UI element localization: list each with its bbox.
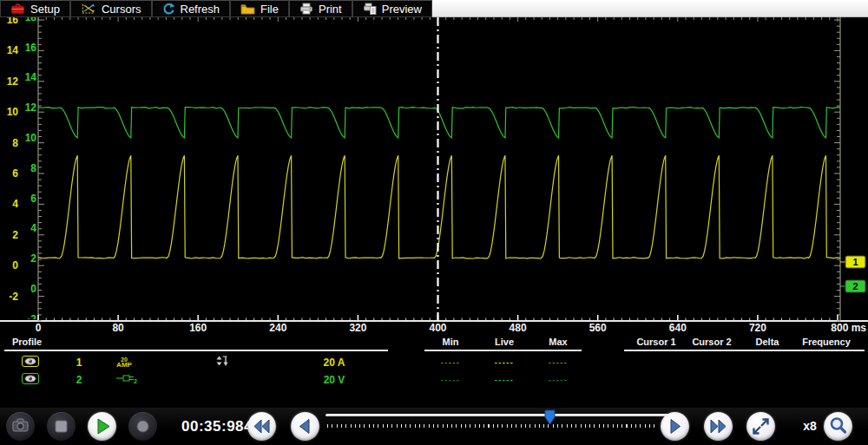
zoom-button[interactable] (824, 412, 852, 441)
slider-thumb[interactable] (544, 409, 556, 425)
channel-range[interactable]: 20 V (324, 374, 345, 386)
toolbar-button-label: Setup (30, 3, 60, 16)
toolbar-button-label: Refresh (181, 3, 220, 16)
record-icon (137, 421, 148, 432)
top-bar: SetupCursorsRefreshFilePrintPreview (0, 0, 868, 17)
column-header-cursor-1: Cursor 1 (636, 337, 675, 347)
measurement-panel: Profile MinLiveMaxCursor 1Cursor 2DeltaF… (0, 334, 868, 408)
channel-range[interactable]: 20 A (324, 357, 345, 369)
y-label-channel2: 14 (25, 71, 37, 83)
x-axis-tick-label: 80 (112, 322, 124, 334)
playback-time: 00:35:984 (178, 418, 256, 435)
channel-marker-label: 1 (852, 257, 858, 267)
plot-axes (0, 17, 868, 321)
play-icon (98, 419, 109, 434)
expand-view-button[interactable] (746, 412, 775, 441)
column-header-delta: Delta (756, 337, 779, 347)
x-axis-tick-label: 240 (269, 322, 286, 334)
channel-marker-label: 2 (852, 281, 858, 291)
channel-1-visibility-toggle[interactable] (22, 355, 39, 370)
y-label-channel1: 8 (12, 137, 18, 149)
printer-icon (299, 3, 313, 15)
fast-forward-button[interactable] (704, 412, 733, 441)
test-lead-icon: 2 (116, 372, 137, 388)
y-label-channel1: 12 (7, 75, 19, 88)
value-min: ----- (441, 376, 461, 384)
trace-channel1-current (38, 155, 840, 258)
channel-2-zero-marker[interactable]: 2 (840, 280, 865, 292)
right-arrow-icon (671, 420, 681, 434)
cursors-underline (624, 350, 865, 351)
toolbox-icon (10, 3, 25, 15)
column-header-live: Live (495, 337, 514, 347)
zoom-factor-label: x8 (797, 419, 823, 433)
toolbar-button-print[interactable]: Print (289, 0, 352, 17)
toolbar-button-setup[interactable]: Setup (0, 0, 70, 17)
stop-button[interactable] (47, 412, 76, 441)
left-arrow-icon (300, 420, 310, 434)
toolbar-button-label: Cursors (102, 3, 141, 16)
step-back-button[interactable] (291, 412, 319, 441)
clamp-label: AMP (116, 363, 132, 368)
timeline-slider[interactable] (326, 408, 679, 445)
y-label-channel1: 6 (12, 167, 18, 180)
toolbar-button-file[interactable]: File (230, 0, 289, 17)
snapshot-button[interactable] (6, 412, 35, 441)
y-label-channel2: 10 (25, 132, 37, 144)
column-header-cursor-2: Cursor 2 (692, 337, 731, 347)
column-header-min: Min (443, 337, 459, 347)
transport-bar: 00:35:984 x8 (0, 408, 868, 445)
cursors-icon (81, 3, 96, 16)
toolbar-button-cursors[interactable]: Cursors (70, 0, 152, 17)
play-button[interactable] (88, 412, 116, 441)
y-label-channel2: 0 (30, 283, 36, 295)
y-label-channel2: 6 (30, 193, 36, 205)
x-axis-tick-label: 320 (349, 322, 366, 334)
rewind-button[interactable] (247, 412, 276, 441)
y-label-channel1: 16 (7, 17, 19, 26)
y-label-channel2: 2 (30, 252, 36, 265)
channel-number: 2 (76, 374, 82, 386)
x-axis-tick-label: 160 (189, 322, 207, 334)
autoscale-icon[interactable] (215, 355, 230, 370)
double-right-arrow-icon (711, 420, 726, 433)
expand-icon (754, 420, 768, 434)
x-axis-tick-label: 720 (749, 322, 766, 334)
y-label-channel1: -2 (9, 291, 18, 303)
folder-icon (240, 3, 255, 15)
print-preview-icon (363, 3, 377, 15)
channel-number: 1 (76, 357, 82, 369)
x-axis-tick-label: 480 (510, 322, 527, 334)
channel-2-visibility-toggle[interactable] (22, 372, 39, 388)
x-axis-tick-label: 640 (669, 322, 687, 334)
slider-track[interactable] (326, 414, 677, 416)
value-min: ----- (441, 358, 461, 367)
toolbar-button-preview[interactable]: Preview (352, 0, 432, 17)
y-label-channel1: 2 (12, 229, 18, 241)
toolbar-button-refresh[interactable]: Refresh (152, 0, 231, 17)
column-header-max: Max (549, 337, 567, 347)
channel-1-zero-marker[interactable]: 1 (840, 256, 865, 268)
value-max: ----- (549, 376, 569, 384)
x-axis-tick-label: 400 (429, 322, 446, 334)
y-label-channel1: 14 (7, 44, 19, 56)
oscilloscope-plot[interactable]: 080160240320400480560640720800 ms1614121… (0, 17, 868, 334)
y-label-channel2: 18 (25, 17, 37, 23)
y-label-channel1: 0 (12, 259, 18, 272)
toolbar-button-label: File (260, 3, 279, 16)
current-clamp-icon: 20AMP (116, 357, 132, 368)
step-forward-button[interactable] (661, 412, 689, 441)
toolbar: SetupCursorsRefreshFilePrintPreview (0, 0, 432, 17)
column-header-frequency: Frequency (802, 337, 851, 347)
magnifier-icon (832, 419, 845, 433)
value-max: ----- (549, 358, 569, 367)
stop-icon (56, 421, 67, 432)
eye-icon (22, 355, 39, 370)
y-label-channel1: 4 (12, 198, 18, 210)
y-label-channel2: 8 (30, 162, 36, 174)
record-button[interactable] (128, 412, 157, 441)
slider-tick-marks (327, 424, 659, 428)
trace-channel2-voltage (38, 108, 840, 138)
y-label-channel1: 10 (7, 106, 19, 118)
y-label-channel2: 4 (30, 222, 36, 234)
